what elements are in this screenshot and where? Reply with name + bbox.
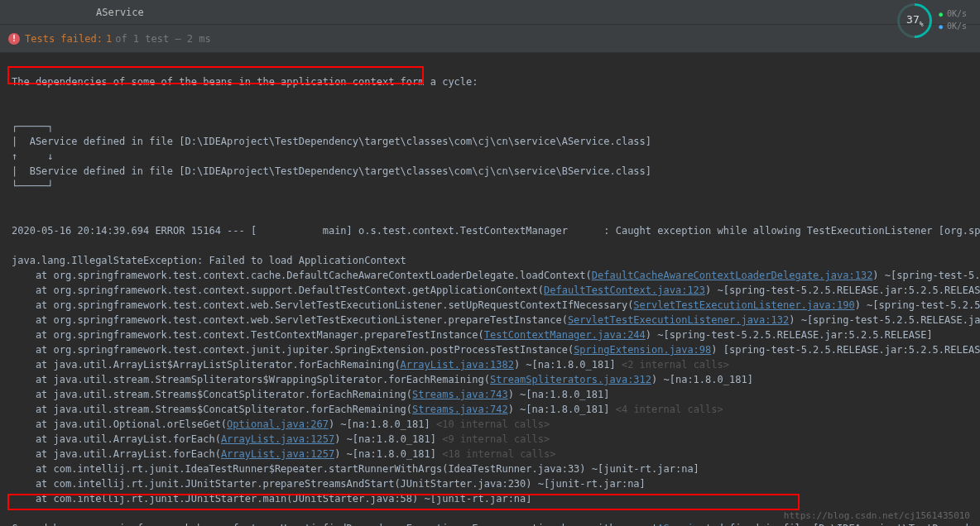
stack-link[interactable]: TestContextManager.java:244 <box>484 329 646 341</box>
stack-link[interactable]: DefaultCacheAwareContextLoaderDelegate.j… <box>592 270 873 281</box>
stack-link[interactable]: Streams.java:742 <box>412 404 508 415</box>
tests-summary: of 1 test – 2 ms <box>115 33 211 45</box>
stack-link[interactable]: ArrayList.java:1382 <box>401 359 514 371</box>
bean-link[interactable]: AService <box>657 523 705 526</box>
stack-link[interactable]: DefaultTestContext.java:123 <box>544 285 705 296</box>
cycle-message: The dependencies of some of the beans in… <box>12 76 478 88</box>
exception-header: java.lang.IllegalStateException: Failed … <box>12 255 406 266</box>
watermark: https://blog.csdn.net/cj1561435010 <box>784 510 970 521</box>
diagram-line: | BService defined in file [D:\IDEAproje… <box>12 165 651 177</box>
error-icon: ! <box>8 33 20 45</box>
performance-widget[interactable]: 37% 0K/s 0K/s <box>897 3 967 38</box>
diagram-line: ┌─────┐ <box>12 121 54 132</box>
editor-tab-bar: AService <box>0 0 980 25</box>
stack-link[interactable]: ServletTestExecutionListener.java:190 <box>633 299 854 311</box>
stack-link[interactable]: SpringExtension.java:98 <box>574 344 711 356</box>
stack-link[interactable]: ArrayList.java:1257 <box>221 433 334 445</box>
diagram-line: | AService defined in file [D:\IDEAproje… <box>12 136 651 147</box>
diagram-line: ↑ ↓ <box>12 151 54 162</box>
tests-failed-count: 1 <box>106 33 112 45</box>
stack-link[interactable]: ArrayList.java:1257 <box>221 448 334 460</box>
stack-link[interactable]: StreamSpliterators.java:312 <box>490 374 651 385</box>
test-status-bar: ! Tests failed: 1 of 1 test – 2 ms <box>0 25 980 53</box>
stack-link[interactable]: Streams.java:743 <box>412 389 508 400</box>
tests-failed-label: Tests failed: <box>25 33 103 45</box>
tab-title[interactable]: AService <box>96 7 144 18</box>
stack-link[interactable]: ServletTestExecutionListener.java:132 <box>568 314 789 326</box>
diagram-line: └─────┘ <box>12 180 54 192</box>
log-line: 2020-05-16 20:14:39.694 ERROR 15164 --- … <box>12 225 980 237</box>
network-stats: 0K/s 0K/s <box>939 8 967 33</box>
console-output[interactable]: The dependencies of some of the beans in… <box>0 53 980 526</box>
stack-link[interactable]: Optional.java:267 <box>227 418 329 430</box>
